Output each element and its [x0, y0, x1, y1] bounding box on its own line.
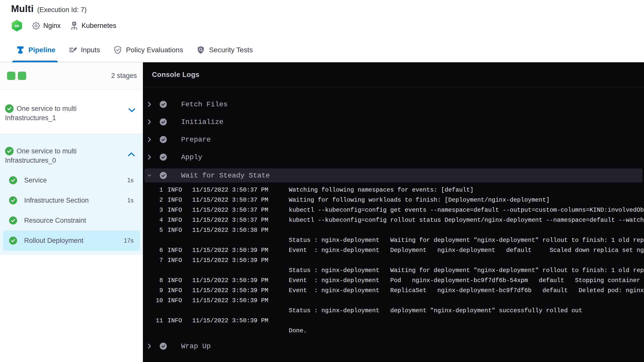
log-timestamp	[192, 265, 289, 276]
header-meta-row: ∞ Nginx Kubernetes	[11, 20, 644, 31]
log-level: INFO	[163, 296, 192, 306]
stage-row-infrastructures-1[interactable]: One service to multi Infrastructures_1	[0, 89, 143, 134]
chevron-right-icon[interactable]	[147, 101, 151, 107]
step-name: Infrastructure Section	[24, 197, 89, 204]
console-step-wrap-up[interactable]: Wrap Up	[143, 337, 644, 355]
execution-header: Multi (Execution Id: 7) ∞ Nginx Kubernet…	[0, 0, 644, 38]
console-step-name: Initialize	[181, 118, 223, 126]
log-level: INFO	[163, 316, 192, 326]
console-body: Fetch Files Initialize Prepare Apply	[143, 87, 644, 355]
chevron-down-icon[interactable]	[147, 174, 151, 177]
log-line: Status : nginx-deployment Waiting for de…	[143, 265, 644, 276]
chevron-right-icon[interactable]	[147, 154, 151, 160]
stages-sidebar: 2 stages One service to multi Infrastruc…	[0, 62, 143, 362]
log-level	[163, 235, 192, 245]
console-logs-panel: Console Logs Fetch Files Initialize Prep…	[143, 62, 644, 362]
log-line: 9INFO11/15/2022 3:50:39 PMEvent : nginx-…	[143, 286, 644, 296]
log-level: INFO	[163, 195, 192, 205]
success-check-icon	[9, 176, 17, 184]
infinity-glyph: ∞	[14, 22, 19, 30]
log-number: 3	[143, 205, 163, 215]
console-step-name: Apply	[181, 153, 202, 161]
log-number: 4	[143, 215, 163, 225]
log-timestamp	[192, 326, 289, 336]
step-row-infrastructure-section[interactable]: Infrastructure Section 1s	[0, 190, 143, 210]
chevron-right-icon[interactable]	[147, 119, 151, 125]
execution-tab-bar: Pipeline Inputs Policy Evaluations Secur…	[0, 38, 644, 62]
tab-label: Security Tests	[209, 46, 253, 54]
log-number: 2	[143, 195, 163, 205]
log-number: 6	[143, 245, 163, 255]
step-duration: 1s	[127, 177, 134, 184]
chevron-right-icon[interactable]	[147, 343, 151, 349]
tab-pipeline[interactable]: Pipeline	[16, 38, 55, 62]
inputs-icon	[68, 46, 77, 54]
log-level	[163, 306, 192, 316]
console-header: Console Logs	[143, 62, 644, 87]
execution-main: 2 stages One service to multi Infrastruc…	[0, 62, 644, 362]
log-number: 5	[143, 225, 163, 235]
console-step-fetch-files[interactable]: Fetch Files	[143, 96, 644, 113]
step-row-rollout-deployment[interactable]: Rollout Deployment 17s	[3, 231, 140, 251]
log-timestamp: 11/15/2022 3:50:39 PM	[192, 255, 289, 265]
log-line: 1INFO11/15/2022 3:50:37 PMWatching follo…	[143, 185, 644, 195]
service-name: Nginx	[43, 22, 61, 30]
log-number: 11	[143, 316, 163, 326]
tab-inputs[interactable]: Inputs	[68, 38, 100, 62]
log-timestamp: 11/15/2022 3:50:39 PM	[192, 316, 289, 326]
tab-security-tests[interactable]: Security Tests	[196, 38, 253, 62]
stage-row-infrastructures-0[interactable]: One service to multi Infrastructures_0	[0, 147, 143, 165]
log-level: INFO	[163, 255, 192, 265]
stage-status-square[interactable]	[18, 72, 26, 80]
log-number	[143, 235, 163, 245]
log-message: Waiting for following workloads to finis…	[289, 195, 644, 205]
log-line: Status : nginx-deployment deployment "ng…	[143, 306, 644, 316]
log-line: 2INFO11/15/2022 3:50:37 PMWaiting for fo…	[143, 195, 644, 205]
log-level: INFO	[163, 215, 192, 225]
console-step-initialize[interactable]: Initialize	[143, 113, 644, 131]
log-timestamp	[192, 235, 289, 245]
stage-status-square[interactable]	[7, 72, 15, 80]
log-number	[143, 326, 163, 336]
log-level: INFO	[163, 245, 192, 255]
log-timestamp: 11/15/2022 3:50:37 PM	[192, 215, 289, 225]
step-name: Resource Constraint	[24, 217, 86, 224]
stage-name-text: One service to multi Infrastructures_1	[5, 105, 77, 122]
console-step-wait-for-steady-state[interactable]: Wait for Steady State	[144, 168, 642, 183]
step-row-service[interactable]: Service 1s	[0, 170, 143, 190]
log-level: INFO	[163, 276, 192, 286]
environment-icon	[70, 21, 78, 30]
shield-check-icon	[113, 46, 122, 55]
console-step-name: Prepare	[181, 136, 211, 144]
step-name: Service	[24, 176, 47, 184]
tab-policy-evaluations[interactable]: Policy Evaluations	[113, 38, 183, 62]
log-timestamp: 11/15/2022 3:50:38 PM	[192, 225, 289, 235]
log-line: 8INFO11/15/2022 3:50:39 PMEvent : nginx-…	[143, 276, 644, 286]
log-timestamp: 11/15/2022 3:50:37 PM	[192, 195, 289, 205]
execution-id: (Execution Id: 7)	[37, 6, 87, 14]
service-chip[interactable]: Nginx	[32, 22, 61, 30]
success-check-icon	[5, 104, 14, 113]
step-row-resource-constraint[interactable]: Resource Constraint	[0, 210, 143, 231]
success-check-icon	[159, 342, 167, 350]
stage-count-label: 2 stages	[111, 72, 137, 80]
log-number: 1	[143, 185, 163, 195]
chevron-up-icon[interactable]	[128, 152, 135, 157]
log-message: Done.	[289, 326, 644, 336]
success-check-icon	[9, 216, 17, 224]
console-step-apply[interactable]: Apply	[143, 148, 644, 166]
console-step-prepare[interactable]: Prepare	[143, 131, 644, 148]
log-message: Event : nginx-deployment Pod nginx-deplo…	[289, 276, 644, 286]
success-check-icon	[159, 172, 167, 179]
step-duration: 17s	[124, 237, 134, 244]
log-line: 4INFO11/15/2022 3:50:37 PMkubectl --kube…	[143, 215, 644, 225]
log-timestamp: 11/15/2022 3:50:39 PM	[192, 286, 289, 296]
log-level: INFO	[163, 225, 192, 235]
log-timestamp	[192, 306, 289, 316]
log-number	[143, 306, 163, 316]
chevron-down-icon[interactable]	[128, 108, 135, 113]
environment-chip[interactable]: Kubernetes	[70, 21, 116, 30]
chevron-right-icon[interactable]	[147, 137, 151, 143]
tab-label: Policy Evaluations	[126, 46, 183, 54]
log-level: INFO	[163, 286, 192, 296]
